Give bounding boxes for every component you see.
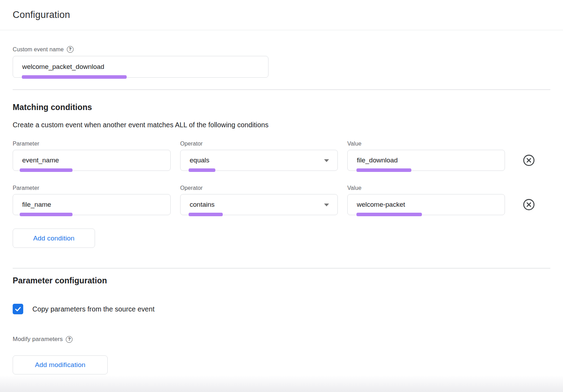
remove-condition-cell bbox=[523, 154, 550, 166]
custom-event-name-label: Custom event name bbox=[13, 46, 64, 53]
remove-condition-button[interactable] bbox=[523, 199, 535, 211]
checked-checkbox-icon bbox=[14, 306, 21, 313]
parameter-field: Parameter bbox=[13, 185, 171, 215]
condition-row: Parameter Operator equals Value bbox=[13, 141, 550, 171]
parameter-input[interactable] bbox=[13, 150, 171, 171]
value-label: Value bbox=[347, 185, 505, 191]
parameter-field: Parameter bbox=[13, 141, 171, 171]
copy-parameters-row: Copy parameters from the source event bbox=[13, 304, 550, 314]
purple-underline-highlight bbox=[356, 213, 422, 216]
custom-event-name-input[interactable] bbox=[13, 56, 268, 78]
section-divider bbox=[13, 89, 550, 90]
operator-selected-value: contains bbox=[190, 201, 215, 208]
add-condition-button[interactable]: Add condition bbox=[13, 229, 95, 248]
operator-selected-value: equals bbox=[190, 156, 209, 164]
operator-select[interactable]: equals bbox=[180, 150, 338, 171]
purple-underline-highlight bbox=[189, 168, 215, 172]
matching-conditions-heading: Matching conditions bbox=[13, 103, 550, 112]
modify-parameters-label: Modify parameters bbox=[13, 336, 63, 343]
value-field: Value bbox=[347, 185, 505, 215]
add-modification-button[interactable]: Add modification bbox=[13, 355, 108, 374]
purple-underline-highlight bbox=[189, 213, 223, 216]
parameter-label: Parameter bbox=[13, 141, 171, 147]
operator-field: Operator contains bbox=[180, 185, 338, 215]
bottom-fade-gradient bbox=[0, 375, 563, 392]
value-label: Value bbox=[347, 141, 505, 147]
condition-row: Parameter Operator contains Value bbox=[13, 185, 550, 215]
chevron-down-icon bbox=[324, 204, 329, 206]
remove-circle-x-icon bbox=[523, 199, 535, 211]
operator-label: Operator bbox=[180, 141, 338, 147]
purple-underline-highlight bbox=[20, 213, 72, 216]
operator-select[interactable]: contains bbox=[180, 194, 338, 215]
help-icon[interactable]: ? bbox=[67, 46, 74, 53]
parameter-label: Parameter bbox=[13, 185, 171, 191]
value-field: Value bbox=[347, 141, 505, 171]
custom-event-name-section: Custom event name ? bbox=[13, 46, 550, 78]
remove-condition-cell bbox=[523, 199, 550, 211]
operator-field: Operator equals bbox=[180, 141, 338, 171]
page-title: Configuration bbox=[13, 9, 70, 20]
help-icon[interactable]: ? bbox=[66, 336, 72, 343]
remove-condition-button[interactable] bbox=[523, 154, 535, 166]
parameter-input[interactable] bbox=[13, 194, 171, 215]
chevron-down-icon bbox=[324, 159, 329, 162]
configuration-panel: Custom event name ? Matching conditions … bbox=[0, 46, 563, 374]
purple-underline-highlight bbox=[356, 168, 411, 172]
purple-underline-highlight bbox=[20, 168, 72, 172]
copy-parameters-label: Copy parameters from the source event bbox=[32, 305, 154, 313]
copy-parameters-checkbox[interactable] bbox=[13, 304, 23, 314]
value-input[interactable] bbox=[347, 194, 505, 215]
remove-circle-x-icon bbox=[523, 154, 535, 166]
purple-underline-highlight bbox=[22, 75, 127, 79]
value-input[interactable] bbox=[347, 150, 505, 171]
matching-conditions-description: Create a custom event when another event… bbox=[13, 121, 550, 129]
section-divider bbox=[13, 268, 550, 269]
parameter-configuration-heading: Parameter configuration bbox=[13, 276, 550, 285]
configuration-header: Configuration bbox=[0, 0, 563, 30]
operator-label: Operator bbox=[180, 185, 338, 191]
modify-parameters-row: Modify parameters ? bbox=[13, 336, 550, 343]
